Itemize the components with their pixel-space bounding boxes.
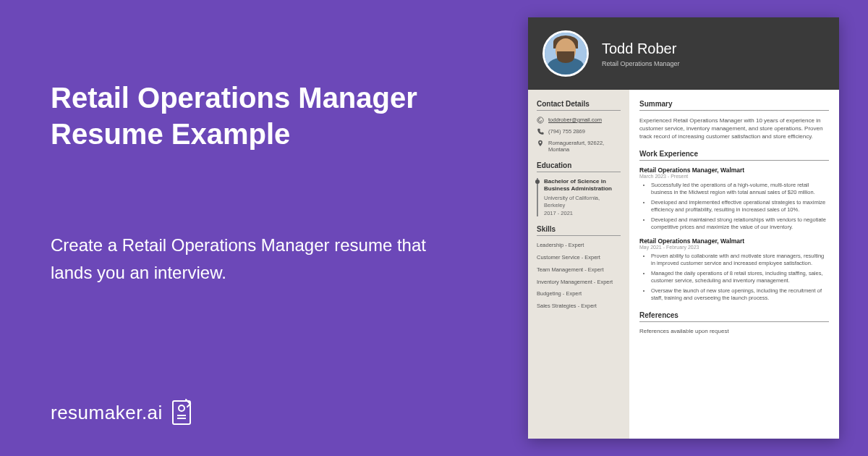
job-entry: Retail Operations Manager, Walmart May 2…: [639, 237, 829, 303]
skill-item: Leadership - Expert: [537, 242, 621, 249]
contact-phone: (794) 755 2869: [548, 128, 585, 135]
job-bullet: Oversaw the launch of new store openings…: [651, 287, 829, 303]
summary-text: Experienced Retail Operations Manager wi…: [639, 117, 829, 141]
job-bullets: Successfully led the operations of a hig…: [639, 182, 829, 232]
contact-address-row: Romaguerafurt, 92622, Montana: [537, 140, 621, 153]
skill-item: Budgeting - Expert: [537, 290, 621, 297]
job-entry: Retail Operations Manager, Walmart March…: [639, 166, 829, 232]
contact-address: Romaguerafurt, 92622, Montana: [548, 140, 621, 153]
job-bullet: Managed the daily operations of 8 retail…: [651, 270, 829, 285]
references-text: References available upon request: [639, 328, 829, 334]
candidate-role: Retail Operations Manager: [602, 60, 680, 67]
skills-heading: Skills: [537, 225, 621, 236]
svg-point-4: [537, 117, 543, 123]
references-heading: References: [639, 311, 829, 322]
location-icon: [537, 140, 544, 147]
contact-heading: Contact Details: [537, 100, 621, 111]
resume-main: Summary Experienced Retail Operations Ma…: [629, 90, 839, 439]
contact-email: toddrober@gmail.com: [548, 117, 602, 123]
skill-item: Team Management - Expert: [537, 266, 621, 274]
phone-icon: [537, 128, 544, 135]
contact-phone-row: (794) 755 2869: [537, 128, 621, 135]
job-dates: March 2023 - Present: [639, 174, 829, 179]
page-title: Retail Operations Manager Resume Example: [51, 80, 456, 152]
hero-panel: Retail Operations Manager Resume Example…: [51, 80, 456, 287]
job-title: Retail Operations Manager, Walmart: [639, 237, 829, 245]
summary-heading: Summary: [639, 100, 829, 111]
document-icon: [170, 398, 193, 427]
education-dates: 2017 - 2021: [544, 210, 621, 216]
job-bullet: Proven ability to collaborate with and m…: [651, 253, 829, 268]
avatar: [542, 30, 589, 77]
resume-preview: Todd Rober Retail Operations Manager Con…: [528, 17, 839, 439]
candidate-name: Todd Rober: [602, 41, 680, 57]
job-title: Retail Operations Manager, Walmart: [639, 166, 829, 174]
skill-item: Customer Service - Expert: [537, 254, 621, 261]
skill-item: Sales Strategies - Expert: [537, 303, 621, 310]
svg-rect-0: [173, 401, 190, 424]
resume-header: Todd Rober Retail Operations Manager: [528, 17, 839, 90]
resume-body: Contact Details toddrober@gmail.com (794…: [528, 90, 839, 439]
brand-logo: resumaker.ai: [51, 398, 193, 427]
education-heading: Education: [537, 161, 621, 172]
job-bullet: Developed and maintained strong relation…: [651, 216, 829, 232]
page-subtitle: Create a Retail Operations Manager resum…: [51, 232, 456, 287]
job-dates: May 2021 - February 2023: [639, 245, 829, 250]
education-degree: Bachelor of Science in Business Administ…: [544, 178, 621, 193]
education-entry: Bachelor of Science in Business Administ…: [537, 178, 621, 216]
job-bullets: Proven ability to collaborate with and m…: [639, 253, 829, 303]
experience-heading: Work Experience: [639, 150, 829, 161]
brand-name: resumaker.ai: [51, 402, 163, 424]
skill-item: Inventory Management - Expert: [537, 279, 621, 286]
svg-point-1: [179, 405, 184, 411]
email-icon: [537, 117, 544, 124]
job-bullet: Developed and implemented effective oper…: [651, 199, 829, 214]
job-bullet: Successfully led the operations of a hig…: [651, 182, 829, 197]
resume-sidebar: Contact Details toddrober@gmail.com (794…: [528, 90, 629, 439]
contact-email-row: toddrober@gmail.com: [537, 117, 621, 124]
education-school: University of California, Berkeley: [544, 195, 621, 209]
